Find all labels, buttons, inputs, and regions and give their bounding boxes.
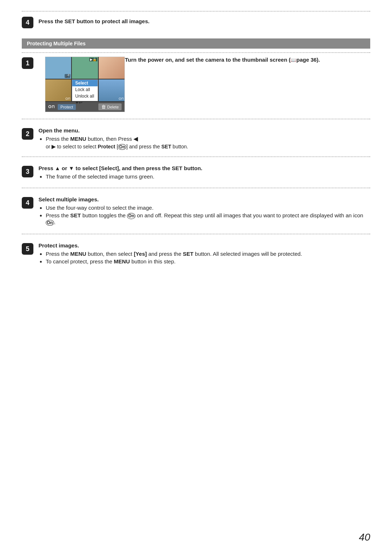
om-4-1: On xyxy=(127,213,135,219)
set-bold-5: SET xyxy=(183,251,193,257)
step-2-content: Open the menu. Press the MENU button, th… xyxy=(38,127,370,150)
step-4-bullet-2: Press the SET button toggles the On on a… xyxy=(46,212,370,226)
step-2-row: 2 Open the menu. Press the MENU button, … xyxy=(22,124,370,152)
step-3-content: Press or to select [Select], and then pr… xyxy=(38,165,370,181)
menu-select[interactable]: Select xyxy=(72,80,97,86)
step-3-row: 3 Press or to select [Select], and then … xyxy=(22,161,370,183)
step-badge-4: 4 xyxy=(22,197,33,209)
step-1-content: 🎤 ▶🔒 O⊓ Select xyxy=(38,57,370,112)
protect-bold: Protect xyxy=(98,144,115,149)
step-badge-5: 5 xyxy=(22,243,33,255)
step-2-list: Press the MENU button, then Press ◀ xyxy=(46,136,370,142)
arrow-right-bold: ▶ xyxy=(52,144,56,149)
thumb-1: 🎤 xyxy=(45,57,71,79)
menu-unlockall[interactable]: Unlock all xyxy=(72,93,97,99)
step-2-title: Open the menu. xyxy=(38,127,370,134)
step-1-text: Turn the power on, and set the camera to… xyxy=(125,57,320,65)
camera-panel: 🎤 ▶🔒 O⊓ Select xyxy=(45,57,125,112)
protect-om-1: On xyxy=(118,144,126,150)
step-5-row: 5 Protect images. Press the MENU button,… xyxy=(22,239,370,268)
page-number: 40 xyxy=(359,532,370,543)
thumbnail-grid: 🎤 ▶🔒 O⊓ Select xyxy=(45,57,124,102)
thumb-3-bg xyxy=(99,57,124,79)
set-bold-1: SET xyxy=(162,144,171,149)
step-5-bullet-2: To cancel protect, press the MENU button… xyxy=(46,258,370,264)
step-5-bullet-1: Press the MENU button, then select [Yes]… xyxy=(46,251,370,257)
step-4-list: Use the four-way control to select the i… xyxy=(46,205,370,226)
step-3-title: Press or to select [Select], and then pr… xyxy=(38,165,370,171)
om-4-2: On xyxy=(46,220,54,226)
trash-icon: 🗑 xyxy=(101,104,106,110)
set-bold-3: SET xyxy=(172,165,182,171)
up-arrow xyxy=(55,165,60,171)
step-4-content: Select multiple images. Use the four-way… xyxy=(38,196,370,227)
thumb-3 xyxy=(99,57,124,79)
section-header: Protecting Multiple Files xyxy=(22,38,370,49)
step-4-bullet-1: Use the four-way control to select the i… xyxy=(46,205,370,211)
step-5-list: Press the MENU button, then select [Yes]… xyxy=(46,251,370,264)
thumb-2: ▶🔒 xyxy=(72,57,98,79)
step-badge-1: 1 xyxy=(22,57,33,69)
step-1-row: 1 🎤 ▶🔒 O⊓ xyxy=(22,53,370,114)
menu-back[interactable]: ✦↩ xyxy=(72,99,97,106)
menu-bold-1: MENU xyxy=(70,136,86,142)
book-icon: 📖 xyxy=(290,57,296,63)
down-arrow xyxy=(69,165,74,171)
step-badge-3: 3 xyxy=(22,166,33,177)
menu-bold-5b: MENU xyxy=(114,258,130,264)
menu-overlay: Select Lock all Unlock all ✦↩ xyxy=(72,79,98,101)
step-1-title: Turn the power on, and set the camera to… xyxy=(125,57,320,63)
top-step-row: 4 Press the SET button to protect all im… xyxy=(22,17,370,28)
step-2-inline: or ▶ to select to select Protect [On] an… xyxy=(46,144,370,150)
step-badge-4-top: 4 xyxy=(22,17,33,28)
arrow-left-bold: ◀ xyxy=(134,136,138,142)
step-4-row: 4 Select multiple images. Use the four-w… xyxy=(22,193,370,229)
step-2-bullet-1: Press the MENU button, then Press ◀ xyxy=(46,136,370,142)
step-3-bullet-1: The frame of the selected image turns gr… xyxy=(46,173,370,180)
menu-bold-5: MENU xyxy=(70,251,86,257)
thumb-4: O⊓ xyxy=(45,79,71,101)
delete-btn[interactable]: 🗑 Delete xyxy=(98,103,122,110)
step-4-title: Select multiple images. xyxy=(38,196,370,202)
set-bold-4: SET xyxy=(70,212,81,218)
step-1-2-inner: 🎤 ▶🔒 O⊓ Select xyxy=(38,57,370,112)
thumb-5: O⊓ xyxy=(99,79,124,101)
step-5-title: Protect images. xyxy=(38,242,370,249)
step-5-content: Protect images. Press the MENU button, t… xyxy=(38,242,370,266)
step-badge-2: 2 xyxy=(22,128,33,140)
on-label: O⊓ xyxy=(48,104,55,109)
yes-bold: [Yes] xyxy=(134,251,147,257)
thumb-5-icon: O⊓ xyxy=(119,97,124,100)
menu-lockall[interactable]: Lock all xyxy=(72,86,97,93)
thumb-4-icon: O⊓ xyxy=(65,97,70,100)
top-step-text: Press the SET button to protect all imag… xyxy=(38,17,150,24)
thumb-icon-1: 🎤 xyxy=(65,74,70,78)
step-3-list: The frame of the selected image turns gr… xyxy=(46,173,370,180)
thumb-2-icon: ▶🔒 xyxy=(89,58,97,61)
